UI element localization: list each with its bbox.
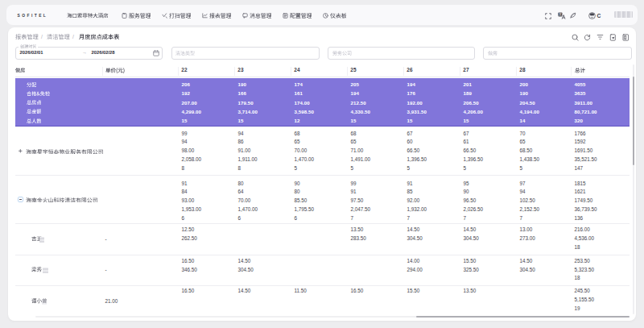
svg-text:文: 文 [558,13,561,17]
